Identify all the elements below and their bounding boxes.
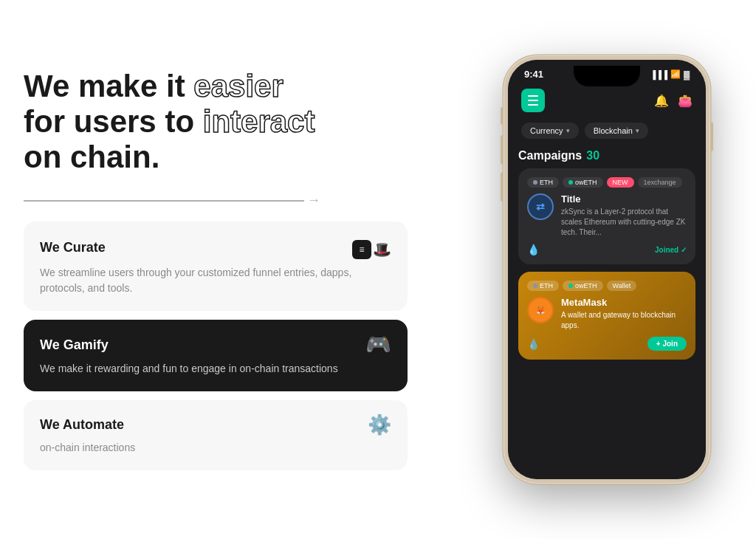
headline-line3: on chain. — [24, 140, 408, 175]
metamask-eth-tag: ETH — [527, 281, 559, 291]
menu-line — [528, 95, 538, 97]
join-button[interactable]: + Join — [647, 337, 687, 351]
mute-button — [501, 107, 504, 125]
power-button — [710, 122, 713, 151]
metamask-info: MetaMask A wallet and gateway to blockch… — [561, 297, 687, 331]
headline-line2: for users to interact — [24, 104, 408, 140]
hat-icon: 🎩 — [373, 242, 391, 257]
filters-row: Currency ▾ Blockchain ▾ — [508, 118, 706, 143]
campaigns-list: Campaigns 30 ETH — [508, 143, 706, 479]
headline-line2-outline: interact — [203, 104, 315, 139]
oweth-tag: owETH — [563, 177, 603, 188]
wallet-label: Wallet — [613, 282, 631, 289]
metamask-emoji: 🦊 — [536, 306, 545, 315]
gamify-card-desc: We make it rewarding and fun to engage i… — [40, 361, 391, 377]
zksync-footer: 💧 Joined ✓ — [527, 244, 687, 255]
metamask-oweth-tag: owETH — [563, 281, 603, 291]
headline-line1-outline: easier — [193, 69, 283, 103]
metamask-logo: 🦊 — [527, 297, 554, 323]
currency-filter-label: Currency — [530, 126, 563, 135]
bell-icon[interactable]: 🔔 — [654, 94, 669, 108]
eth-dot — [533, 180, 537, 185]
eth-label: ETH — [540, 282, 553, 289]
gamify-card-title: We Gamify — [40, 337, 109, 353]
gamepad-icon: 🎮 — [365, 334, 391, 355]
metamask-body: 🦊 MetaMask A wallet and gateway to block… — [527, 297, 687, 331]
blockchain-filter[interactable]: Blockchain ▾ — [585, 123, 648, 139]
dynamic-island — [574, 66, 640, 86]
chevron-down-icon: ▾ — [636, 127, 639, 134]
gamify-card: We Gamify 🎮 We make it rewarding and fun… — [24, 320, 408, 391]
automate-card-title: We Automate — [40, 417, 124, 433]
left-section: We make it easier for users to interact … — [24, 69, 408, 471]
menu-line — [528, 100, 538, 101]
eth-tag: ETH — [527, 177, 559, 188]
blockchain-filter-label: Blockchain — [594, 126, 633, 135]
menu-button[interactable] — [521, 89, 545, 112]
arrow-icon: → — [307, 193, 320, 208]
zksync-title: Title — [561, 193, 687, 205]
gear-icon: ⚙️ — [368, 415, 391, 434]
curate-card-desc: We streamline users through your customi… — [40, 265, 391, 296]
gamify-card-header: We Gamify 🎮 — [40, 334, 391, 355]
curate-card-title: We Curate — [40, 240, 106, 255]
exchange-label: 1exchange — [644, 179, 676, 186]
campaign-card-metamask[interactable]: ETH owETH Wallet — [518, 272, 695, 360]
zksync-info: Title zkSync is a Layer-2 protocol that … — [561, 193, 687, 238]
feature-cards: We Curate ≡ 🎩 We streamline users throug… — [24, 222, 408, 470]
status-time: 9:41 — [524, 69, 543, 80]
status-icons: ▐▐▐ 📶 ▓ — [650, 69, 690, 79]
oweth-label: owETH — [575, 179, 597, 186]
zksync-desc: zkSync is a Layer-2 protocol that scales… — [561, 207, 687, 238]
list-icon: ≡ — [352, 240, 371, 259]
eth-dot — [533, 284, 537, 288]
campaigns-header: Campaigns 30 — [518, 143, 695, 168]
metamask-tags: ETH owETH Wallet — [527, 281, 687, 291]
phone-nav-bar[interactable]: 🔔 👛 — [508, 83, 706, 118]
chevron-down-icon: ▾ — [566, 127, 570, 134]
battery-icon: ▓ — [684, 70, 690, 79]
phone-outer: 9:41 ▐▐▐ 📶 ▓ — [504, 55, 710, 484]
curate-card-header: We Curate ≡ 🎩 — [40, 236, 391, 259]
metamask-wallet-tag: Wallet — [607, 281, 637, 291]
zksync-logo: ⇄ — [527, 193, 554, 220]
nav-icons: 🔔 👛 — [654, 94, 693, 108]
divider: → — [24, 193, 408, 208]
oweth-label: owETH — [575, 282, 597, 289]
phone-wrapper: 9:41 ▐▐▐ 📶 ▓ — [504, 55, 710, 484]
zksync-logo-text: ⇄ — [536, 201, 545, 213]
eth-label: ETH — [540, 179, 553, 186]
oweth-dot — [568, 284, 573, 288]
campaign-card-zksync[interactable]: ETH owETH NEW — [518, 168, 695, 264]
headline-line1-start: We make it — [24, 69, 193, 103]
currency-filter[interactable]: Currency ▾ — [521, 123, 579, 139]
campaigns-count: 30 — [586, 149, 599, 162]
automate-card-desc: on-chain interactions — [40, 440, 391, 456]
menu-line — [528, 104, 538, 106]
phone-mockup-section: 9:41 ▐▐▐ 📶 ▓ — [481, 55, 732, 484]
headline: We make it easier for users to interact … — [24, 69, 408, 176]
curate-icon: ≡ 🎩 — [352, 236, 391, 259]
joined-badge: Joined ✓ — [655, 246, 687, 254]
headline-line1: We make it easier — [24, 69, 408, 104]
zksync-tags: ETH owETH NEW — [527, 177, 687, 188]
divider-line — [24, 200, 304, 202]
wifi-icon: 📶 — [670, 69, 681, 79]
new-tag: NEW — [607, 177, 634, 188]
metamask-desc: A wallet and gateway to blockchain apps. — [561, 310, 687, 331]
water-drop-icon: 💧 — [527, 338, 540, 350]
phone-screen: 9:41 ▐▐▐ 📶 ▓ — [508, 60, 706, 479]
oweth-dot — [568, 180, 573, 185]
water-drop-icon: 💧 — [527, 244, 540, 255]
volume-up-button — [501, 135, 504, 165]
metamask-footer: 💧 + Join — [527, 337, 687, 351]
metamask-title: MetaMask — [561, 297, 687, 308]
exchange-tag: 1exchange — [638, 177, 682, 188]
phone-content: 9:41 ▐▐▐ 📶 ▓ — [508, 60, 706, 479]
wallet-icon[interactable]: 👛 — [678, 94, 693, 108]
signal-icon: ▐▐▐ — [650, 70, 667, 79]
campaigns-label: Campaigns — [518, 149, 582, 162]
automate-card-header: We Automate ⚙️ — [40, 415, 391, 434]
page-container: We make it easier for users to interact … — [24, 18, 732, 521]
curate-card: We Curate ≡ 🎩 We streamline users throug… — [24, 222, 408, 311]
